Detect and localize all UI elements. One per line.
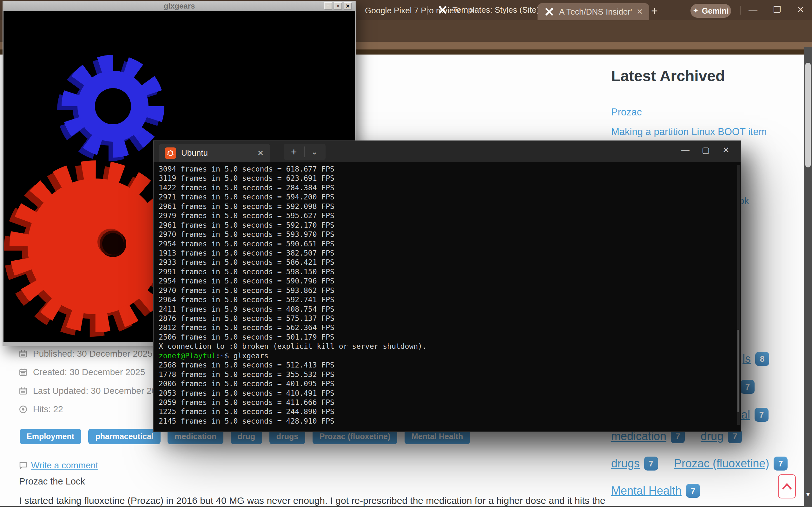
terminal-line: 2970 frames in 5.0 seconds = 593.970 FPS <box>159 230 733 239</box>
terminal-line: 1422 frames in 5.0 seconds = 284.384 FPS <box>159 183 733 193</box>
tag-link[interactable]: al <box>741 408 750 421</box>
tag-cloud-item-partial[interactable]: ls 8 <box>743 352 769 366</box>
eye-icon <box>18 405 28 414</box>
terminal-line: 2876 frames in 5.0 seconds = 575.137 FPS <box>159 314 733 324</box>
new-tab-button[interactable]: + <box>651 4 658 18</box>
post-title: Prozac the Lock <box>19 476 85 487</box>
terminal-line: 2506 frames in 5.0 seconds = 501.179 FPS <box>159 333 733 342</box>
terminal-close-button[interactable]: ✕ <box>716 145 736 155</box>
calendar-icon <box>18 386 28 396</box>
tag-link-mental-health[interactable]: Mental Health <box>611 484 681 498</box>
desktop-screen: Google Pixel 7 Pro review ✕ Templates: S… <box>0 0 812 507</box>
tab-tech-dns-insider-active[interactable]: A Tech/DNS Insider's Worl ✕ <box>538 3 649 20</box>
terminal-line: 2961 frames in 5.0 seconds = 592.170 FPS <box>159 221 733 230</box>
prompt-path: ~ <box>220 352 225 360</box>
titlebar-divider <box>740 6 741 14</box>
terminal-titlebar[interactable]: Ubuntu ✕ + ⌄ — ▢ ✕ <box>154 141 741 162</box>
calendar-icon <box>18 349 28 358</box>
bottom-edge-line <box>0 506 812 507</box>
meta-published: Published: 30 December 2025 <box>18 349 153 359</box>
window-minimize-button[interactable]: — <box>745 5 761 15</box>
terminal-scrollbar[interactable] <box>737 165 740 425</box>
terminal-tab-ubuntu[interactable]: Ubuntu ✕ <box>159 144 270 162</box>
meta-hits: Hits: 22 <box>18 404 63 414</box>
calendar-icon <box>18 368 28 377</box>
prompt-colon: : <box>216 352 220 360</box>
joomla-icon <box>544 6 555 17</box>
terminal-tab-dropdown-button[interactable]: ⌄ <box>305 148 324 156</box>
terminal-minimize-button[interactable]: — <box>675 145 696 155</box>
terminal-line: 3094 frames in 5.0 seconds = 618.677 FPS <box>159 165 733 174</box>
gemini-button[interactable]: ✦ Gemini <box>691 4 731 18</box>
gemini-label: Gemini <box>702 6 729 15</box>
glxgears-maximize-button[interactable]: ▫ <box>334 2 342 10</box>
terminal-prompt-line: zonef@Playful:~$ glxgears <box>159 352 733 361</box>
terminal-output: 3094 frames in 5.0 seconds = 618.677 FPS… <box>159 165 733 426</box>
sidebar-heading: Latest Archived <box>611 67 725 84</box>
terminal-line: 2954 frames in 5.0 seconds = 590.651 FPS <box>159 240 733 249</box>
terminal-tab-close-icon[interactable]: ✕ <box>257 149 264 158</box>
meta-label: Last Updated: 30 December 2025 <box>33 386 166 396</box>
prompt-command: $ glxgears <box>225 352 268 360</box>
glxgears-minimize-button[interactable]: – <box>324 2 332 10</box>
article-tag-employment[interactable]: Employment <box>20 429 81 444</box>
tag-count-badge: 7 <box>644 457 658 470</box>
tab-label: Templates: Styles (Site) - <box>453 5 544 15</box>
gemini-sparkle-icon: ✦ <box>693 7 698 15</box>
terminal-line: 2568 frames in 5.0 seconds = 512.413 FPS <box>159 361 733 370</box>
glxgears-titlebar[interactable]: glxgears – ▫ ✕ <box>3 1 355 11</box>
terminal-line: 2961 frames in 5.0 seconds = 592.098 FPS <box>159 202 733 212</box>
article-tag-pharmaceutical[interactable]: pharmaceutical <box>88 429 160 444</box>
browser-scrollbar[interactable]: ▼ <box>804 47 812 507</box>
tag-link[interactable]: ls <box>743 352 751 365</box>
terminal-line: 1225 frames in 5.0 seconds = 244.890 FPS <box>159 407 733 417</box>
terminal-line: 2991 frames in 5.0 seconds = 598.150 FPS <box>159 268 733 277</box>
meta-label: Hits: 22 <box>33 404 63 414</box>
tag-cloud-item-partial[interactable]: al 7 <box>741 408 768 422</box>
terminal-tab-title: Ubuntu <box>181 148 208 158</box>
terminal-line: 2979 frames in 5.0 seconds = 595.627 FPS <box>159 212 733 221</box>
post-body-excerpt: I started taking fluoxetine (Prozac) in … <box>19 495 605 506</box>
tag-cloud-item-partial[interactable]: 7 <box>741 380 755 394</box>
scrollbar-down-arrow[interactable]: ▼ <box>804 491 812 498</box>
terminal-line: 2812 frames in 5.0 seconds = 562.364 FPS <box>159 324 733 333</box>
sidebar-link-partition-boot[interactable]: Making a partition Linux BOOT item <box>611 126 767 137</box>
meta-created: Created: 30 December 2025 <box>18 367 145 377</box>
tag-count-badge: 7 <box>741 380 755 394</box>
tag-count-badge: 8 <box>755 352 769 366</box>
window-close-button[interactable]: ✕ <box>793 4 809 15</box>
joomla-icon <box>437 4 448 15</box>
tag-count-badge: 7 <box>774 457 788 470</box>
terminal-newtab-group: + ⌄ <box>284 144 325 160</box>
terminal-scrollbar-thumb[interactable] <box>738 330 739 412</box>
terminal-line: 2971 frames in 5.0 seconds = 594.200 FPS <box>159 193 733 202</box>
terminal-line: 2411 frames in 5.9 seconds = 408.754 FPS <box>159 305 733 314</box>
scrollbar-thumb[interactable] <box>805 63 811 167</box>
terminal-line: 3119 frames in 5.0 seconds = 623.691 FPS <box>159 174 733 183</box>
terminal-line: 2006 frames in 5.0 seconds = 401.095 FPS <box>159 380 733 389</box>
terminal-line: 2059 frames in 5.0 seconds = 411.666 FPS <box>159 398 733 407</box>
tag-link-prozac-fluoxetine[interactable]: Prozac (fluoxetine) <box>674 457 769 470</box>
terminal-line: 2145 frames in 5.0 seconds = 428.910 FPS <box>159 417 733 426</box>
terminal-new-tab-button[interactable]: + <box>284 146 304 158</box>
comment-bubble-icon <box>18 461 28 470</box>
write-comment-link[interactable]: Write a comment <box>18 460 98 470</box>
write-comment-label[interactable]: Write a comment <box>31 460 98 470</box>
terminal-maximize-button[interactable]: ▢ <box>696 145 716 155</box>
tag-count-badge: 7 <box>686 484 700 498</box>
tag-count-badge: 7 <box>755 408 768 422</box>
ubuntu-icon <box>165 148 176 159</box>
terminal-line: 2970 frames in 5.0 seconds = 593.862 FPS <box>159 286 733 295</box>
terminal-line: 1913 frames in 5.0 seconds = 382.507 FPS <box>159 249 733 258</box>
tab-close-icon[interactable]: ✕ <box>637 7 643 16</box>
glxgears-close-button[interactable]: ✕ <box>344 2 352 10</box>
terminal-line: 2053 frames in 5.0 seconds = 410.491 FPS <box>159 389 733 398</box>
tab-label: A Tech/DNS Insider's Worl <box>559 7 632 17</box>
tag-cloud-row: drugs 7 Prozac (fluoxetine) 7 <box>611 457 788 470</box>
window-restore-button[interactable]: ❐ <box>769 4 785 15</box>
scroll-to-top-button[interactable] <box>778 474 796 498</box>
tag-link-drugs[interactable]: drugs <box>611 457 640 470</box>
sidebar-link-prozac[interactable]: Prozac <box>611 107 642 118</box>
terminal-line: 2933 frames in 5.0 seconds = 586.421 FPS <box>159 258 733 267</box>
meta-last-updated: Last Updated: 30 December 2025 <box>18 386 166 396</box>
